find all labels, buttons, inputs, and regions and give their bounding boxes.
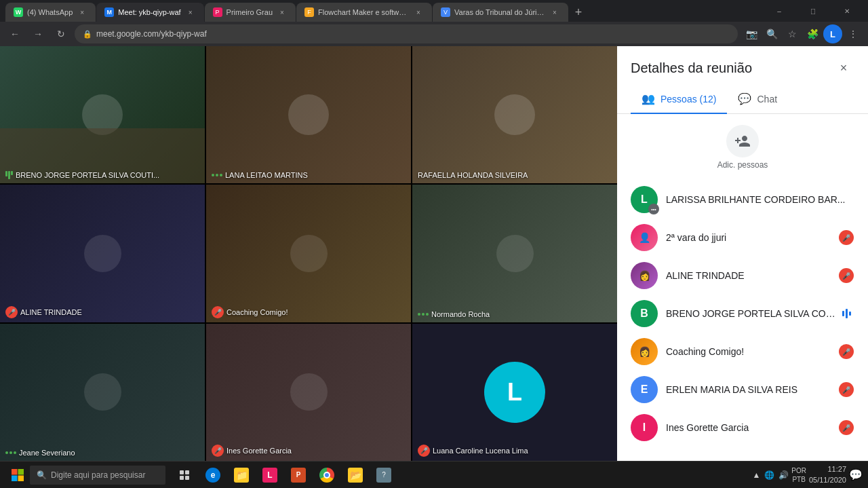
- sidebar-header: Detalhes da reunião ×: [617, 46, 868, 79]
- list-item[interactable]: 👤 2ª vara do jjuri 🎤: [623, 219, 863, 257]
- profile-button[interactable]: L: [823, 24, 842, 43]
- tab-favicon-varas: V: [441, 7, 450, 17]
- video-cell-coaching: 🎤 Coaching Comigo!: [206, 185, 411, 322]
- tray-volume-icon[interactable]: 🔊: [778, 470, 789, 480]
- tab-primeirograu[interactable]: P Primeiro Grau ×: [205, 3, 296, 22]
- list-item[interactable]: 👩 Coaching Comigo! 🎤: [623, 333, 863, 371]
- tab-title-primeirograu: Primeiro Grau: [226, 8, 273, 16]
- video-cell-lana: LANA LEITAO MARTINS: [206, 46, 411, 183]
- list-item[interactable]: E ERLEN MARIA DA SILVA REIS 🎤: [623, 371, 863, 409]
- tray-up-arrow[interactable]: ▲: [752, 470, 760, 480]
- taskbar-app-l[interactable]: L: [256, 462, 283, 489]
- participant-mic-aline: 🎤: [838, 267, 854, 284]
- sidebar-title: Detalhes da reunião: [631, 60, 752, 76]
- minimize-button[interactable]: –: [764, 0, 795, 22]
- mic-off-icon-ines: 🎤: [212, 445, 224, 457]
- participant-mic-erlen: 🎤: [838, 381, 854, 398]
- url-bar[interactable]: 🔒 meet.google.com/ykb-qiyp-waf: [75, 24, 738, 43]
- video-cell-aline: 🎤 ALINE TRINDADE: [0, 185, 205, 322]
- tab-close-varas[interactable]: ×: [549, 7, 560, 18]
- taskbar-app-unknown[interactable]: ?: [370, 462, 397, 489]
- list-item[interactable]: L ••• LARISSA BRILHANTE CORDEIRO BAR...: [623, 181, 863, 219]
- tab-chat[interactable]: 💬 Chat: [727, 84, 788, 113]
- tab-meet[interactable]: M Meet: ykb-qiyp-waf ×: [96, 3, 203, 22]
- svg-rect-5: [185, 470, 189, 474]
- taskbar-app-powerpoint[interactable]: P: [285, 462, 312, 489]
- taskbar-app-taskview[interactable]: [171, 462, 198, 489]
- video-name-rafaella: RAFAELLA HOLANDA SILVEIRA: [418, 171, 528, 179]
- forward-button[interactable]: →: [28, 24, 47, 43]
- video-cell-normando: Normando Rocha: [412, 185, 617, 322]
- search-icon[interactable]: 🔍: [762, 24, 781, 43]
- svg-rect-7: [185, 476, 189, 480]
- tab-whatsapp[interactable]: W (4) WhatsApp ×: [5, 3, 96, 22]
- participant-name-larissa: LARISSA BRILHANTE CORDEIRO BAR...: [666, 194, 854, 205]
- window-controls: – ⎕ ✕: [764, 0, 863, 22]
- video-cell-jeane: Jeane Severiano: [0, 324, 205, 461]
- taskbar-notifications-button[interactable]: 💬: [849, 468, 863, 481]
- add-people-button[interactable]: Adic. pessoas: [617, 114, 868, 181]
- tray-network-icon[interactable]: 🌐: [764, 470, 774, 480]
- tab-title-varas: Varas do Tribunal do Júri - Se...: [454, 8, 545, 16]
- participant-avatar-ines: I: [631, 414, 658, 441]
- tab-flowchart[interactable]: F Flowchart Maker e software de... ×: [296, 3, 432, 22]
- taskbar-app-files[interactable]: 📂: [342, 462, 369, 489]
- taskbar-app-edge[interactable]: e: [199, 462, 226, 489]
- list-item[interactable]: B BRENO JORGE PORTELA SILVA COUTI...: [623, 295, 863, 333]
- extensions-icon[interactable]: 🧩: [803, 24, 822, 43]
- close-window-button[interactable]: ✕: [831, 0, 863, 22]
- back-button[interactable]: ←: [5, 24, 24, 43]
- participant-name-2vara: 2ª vara do jjuri: [666, 232, 838, 243]
- chat-tab-label: Chat: [757, 94, 777, 105]
- maximize-button[interactable]: ⎕: [797, 0, 829, 22]
- add-person-icon: [726, 125, 759, 157]
- taskbar-search-bar[interactable]: 🔍 Digite aqui para pesquisar: [30, 466, 165, 485]
- video-name-breno: BRENO JORGE PORTELA SILVA COUTI...: [5, 171, 159, 179]
- taskbar-search-icon: 🔍: [37, 470, 47, 480]
- tab-varas[interactable]: V Varas do Tribunal do Júri - Se... ×: [433, 3, 568, 22]
- menu-icon[interactable]: ⋮: [844, 24, 863, 43]
- start-button[interactable]: [5, 463, 30, 487]
- participant-mic-2vara: 🎤: [838, 229, 854, 246]
- participant-name-aline: ALINE TRINDADE: [666, 270, 838, 281]
- lock-icon: 🔒: [83, 30, 92, 39]
- list-item[interactable]: 👩 ALINE TRINDADE 🎤: [623, 257, 863, 295]
- title-bar: W (4) WhatsApp × M Meet: ykb-qiyp-waf × …: [0, 0, 868, 22]
- video-cell-rafaella: RAFAELLA HOLANDA SILVEIRA: [412, 46, 617, 183]
- participant-avatar-erlen: E: [631, 376, 658, 403]
- video-cell-luana: L 🎤 Luana Caroline Lucena Lima: [412, 324, 617, 461]
- main-layout: BRENO JORGE PORTELA SILVA COUTI... LANA …: [0, 46, 868, 461]
- luana-placeholder: L: [412, 324, 617, 461]
- participant-avatar-breno: B: [631, 300, 658, 327]
- people-tab-label: Pessoas (12): [660, 94, 716, 105]
- taskbar: 🔍 Digite aqui para pesquisar e 📁 L P: [0, 461, 868, 488]
- tab-close-whatsapp[interactable]: ×: [77, 7, 87, 18]
- new-tab-button[interactable]: +: [569, 3, 588, 22]
- taskbar-app-chrome[interactable]: [313, 462, 340, 489]
- tab-favicon-meet: M: [104, 7, 114, 17]
- tab-close-primeirograu[interactable]: ×: [277, 7, 288, 18]
- tab-people[interactable]: 👥 Pessoas (12): [631, 84, 727, 113]
- system-tray: ▲ 🌐 🔊: [752, 470, 789, 480]
- mic-off-icon-coaching: 🎤: [212, 306, 224, 318]
- participant-name-erlen: ERLEN MARIA DA SILVA REIS: [666, 384, 838, 395]
- camera-icon[interactable]: 📷: [742, 24, 761, 43]
- tabs-container: W (4) WhatsApp × M Meet: ykb-qiyp-waf × …: [5, 0, 588, 22]
- taskbar-clock[interactable]: 11:27 05/11/2020: [809, 464, 846, 485]
- chat-tab-icon: 💬: [738, 92, 751, 105]
- tab-close-flowchart[interactable]: ×: [413, 7, 424, 18]
- sidebar-close-button[interactable]: ×: [833, 57, 854, 79]
- tab-title-whatsapp: (4) WhatsApp: [27, 8, 73, 16]
- participant-avatar-coaching: 👩: [631, 338, 658, 365]
- taskbar-time: 11:27: [809, 464, 846, 474]
- taskbar-app-explorer[interactable]: 📁: [228, 462, 255, 489]
- add-person-label: Adic. pessoas: [717, 160, 768, 170]
- participant-name-coaching: Coaching Comigo!: [666, 346, 838, 357]
- svg-rect-1: [18, 469, 24, 475]
- bookmark-icon[interactable]: ☆: [783, 24, 802, 43]
- tab-close-meet[interactable]: ×: [185, 7, 196, 18]
- participant-mic-breno: [838, 305, 854, 322]
- reload-button[interactable]: ↻: [52, 24, 71, 43]
- list-item[interactable]: I Ines Gorette Garcia 🎤: [623, 409, 863, 447]
- taskbar-right: ▲ 🌐 🔊 PORPTB 11:27 05/11/2020 💬: [752, 464, 863, 485]
